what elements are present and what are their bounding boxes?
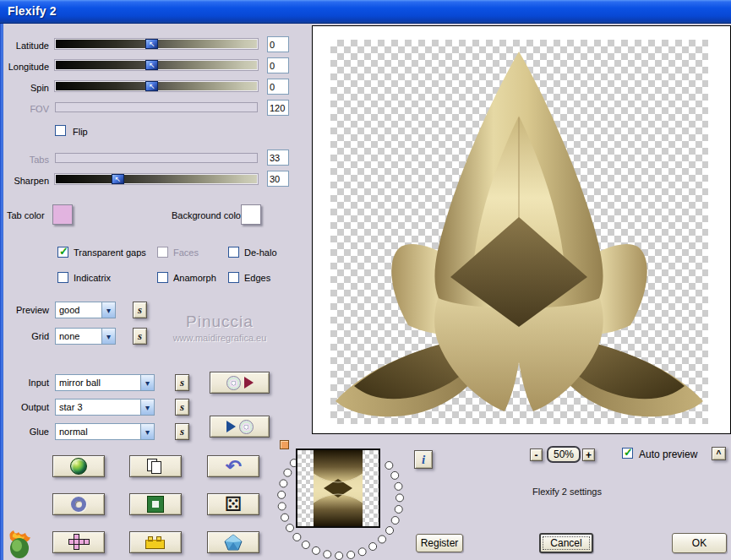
spin-label: Spin xyxy=(2,83,49,93)
indicatrix-label: Indicatrix xyxy=(74,273,111,283)
tabs-slider xyxy=(55,153,258,163)
fov-label: FOV xyxy=(2,104,49,114)
zoom-in-button[interactable]: + xyxy=(582,449,595,461)
thumbnail-image xyxy=(314,450,363,526)
edges-checkbox[interactable] xyxy=(228,272,239,283)
undo-arrow-icon: ↶ xyxy=(225,459,241,474)
sharpen-slider-thumb[interactable]: ↖ xyxy=(112,174,124,184)
spin-slider[interactable]: ↖ xyxy=(55,81,258,91)
latitude-value-input[interactable] xyxy=(267,36,289,52)
randomize-button[interactable]: ⚄ xyxy=(207,493,259,515)
auto-preview-label: Auto preview xyxy=(639,449,697,460)
dehalo-label: De-halo xyxy=(244,247,277,258)
longitude-value-input[interactable] xyxy=(267,57,289,73)
load-settings-button[interactable] xyxy=(210,416,270,438)
chevron-down-icon[interactable]: ▾ xyxy=(140,424,154,439)
cancel-button[interactable]: Cancel xyxy=(539,533,593,553)
sharpen-slider[interactable]: ↖ xyxy=(55,174,258,184)
settings-status-text: Flexify 2 settings xyxy=(532,487,602,497)
brick-icon xyxy=(145,535,166,551)
cube-net-icon xyxy=(68,534,90,551)
input-combo-label: Input xyxy=(2,378,49,388)
glue-s-button[interactable]: s xyxy=(175,423,189,440)
grid-combo-label: Grid xyxy=(2,331,49,341)
indicatrix-checkbox[interactable] xyxy=(57,272,68,283)
longitude-label: Longitude xyxy=(2,62,49,72)
tabs-label: Tabs xyxy=(2,155,49,165)
collapse-button[interactable]: ^ xyxy=(712,447,726,460)
watermark-name: Pinuccia xyxy=(150,313,289,331)
output-combo[interactable]: star 3 ▾ xyxy=(55,399,155,416)
lego-button[interactable] xyxy=(129,531,182,553)
grid-s-button[interactable]: s xyxy=(133,328,147,345)
frame-button[interactable] xyxy=(129,493,182,515)
input-combo-value: mirror ball xyxy=(56,375,140,390)
faces-label: Faces xyxy=(173,247,199,258)
tab-color-swatch[interactable] xyxy=(52,204,73,225)
faces-checkbox xyxy=(157,247,168,258)
output-s-button[interactable]: s xyxy=(175,399,189,416)
dice-icon: ⚄ xyxy=(225,495,243,514)
zoom-level[interactable]: 50% xyxy=(547,446,581,463)
chevron-down-icon[interactable]: ▾ xyxy=(101,329,115,344)
input-combo[interactable]: mirror ball ▾ xyxy=(55,374,155,391)
window-titlebar[interactable]: Flexify 2 xyxy=(0,0,731,24)
ring-icon xyxy=(71,497,86,512)
transparent-gaps-checkbox[interactable]: ✓ xyxy=(57,247,68,258)
background-color-label: Background color xyxy=(172,210,244,220)
fov-slider xyxy=(55,102,258,112)
undo-button[interactable]: ↶ xyxy=(207,455,259,477)
torus-button[interactable] xyxy=(52,493,105,515)
preview-canvas[interactable] xyxy=(330,40,708,424)
glue-combo[interactable]: normal ▾ xyxy=(55,423,155,440)
tab-color-label: Tab color xyxy=(7,210,45,220)
latitude-slider[interactable]: ↖ xyxy=(55,39,258,49)
longitude-slider-thumb[interactable]: ↖ xyxy=(145,60,158,70)
reset-globe-button[interactable] xyxy=(52,455,105,477)
preview-panel xyxy=(312,25,731,434)
sharpen-value-input[interactable] xyxy=(267,171,289,187)
spin-slider-thumb[interactable]: ↖ xyxy=(145,81,158,91)
tabs-value-input[interactable] xyxy=(267,150,289,166)
glue-combo-value: normal xyxy=(56,424,140,439)
longitude-slider[interactable]: ↖ xyxy=(55,60,258,70)
dehalo-checkbox[interactable] xyxy=(228,247,239,258)
unfold-button[interactable] xyxy=(52,531,105,553)
preview-combo-label: Preview xyxy=(2,305,49,315)
latitude-slider-thumb[interactable]: ↖ xyxy=(145,39,158,49)
ok-button[interactable]: OK xyxy=(672,533,727,553)
background-color-swatch[interactable] xyxy=(241,204,261,225)
flaming-pear-logo[interactable] xyxy=(5,529,35,559)
polyhedron-button[interactable] xyxy=(207,531,259,553)
fov-value-input[interactable] xyxy=(267,100,289,116)
copy-button[interactable] xyxy=(129,455,182,477)
watermark: Pinuccia www.maidiregrafica.eu xyxy=(150,313,289,343)
preview-s-button[interactable]: s xyxy=(133,302,147,318)
settings-thumbnail[interactable] xyxy=(296,449,380,528)
grid-combo-value: none xyxy=(56,329,101,344)
chevron-down-icon[interactable]: ▾ xyxy=(140,400,154,415)
save-settings-button[interactable] xyxy=(210,372,270,394)
transparent-gaps-label: Transparent gaps xyxy=(74,247,146,258)
info-button[interactable]: i xyxy=(414,450,433,469)
spin-value-input[interactable] xyxy=(267,79,289,95)
anamorph-label: Anamorph xyxy=(173,273,216,283)
checkmark-icon: ✓ xyxy=(624,449,632,457)
watermark-url: www.maidiregrafica.eu xyxy=(150,333,289,343)
auto-preview-checkbox[interactable]: ✓ xyxy=(622,448,633,459)
chevron-down-icon[interactable]: ▾ xyxy=(101,302,115,318)
register-button[interactable]: Register xyxy=(416,534,463,552)
anamorph-checkbox[interactable] xyxy=(157,272,168,283)
zoom-out-button[interactable]: - xyxy=(530,449,543,461)
latitude-label: Latitude xyxy=(2,41,49,51)
flaming-pear-icon xyxy=(5,529,35,559)
preset-current-marker[interactable] xyxy=(280,440,289,449)
info-icon: i xyxy=(422,453,425,467)
flip-checkbox[interactable] xyxy=(55,125,66,136)
input-s-button[interactable]: s xyxy=(175,374,189,391)
grid-combo[interactable]: none ▾ xyxy=(55,328,116,345)
flexify2-dialog: Flexify 2 Latitude ↖ Longitude ↖ Spin ↖ … xyxy=(0,0,731,560)
red-play-arrow-icon xyxy=(244,377,254,389)
chevron-down-icon[interactable]: ▾ xyxy=(140,375,154,390)
preview-combo[interactable]: good ▾ xyxy=(55,302,116,318)
